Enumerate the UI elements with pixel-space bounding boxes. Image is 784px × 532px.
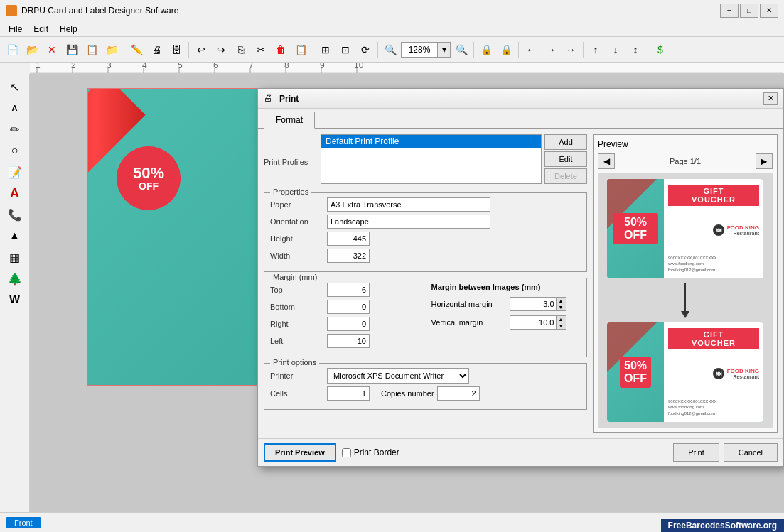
letter-a-tool[interactable]: A xyxy=(4,183,26,203)
tab-format[interactable]: Format xyxy=(264,112,315,129)
add-profile-button[interactable]: Add xyxy=(544,134,587,150)
zoom-in-btn[interactable]: 🔍 xyxy=(452,40,471,59)
paper-input[interactable] xyxy=(327,197,490,212)
profile-buttons: Add Edit Delete xyxy=(544,134,587,184)
orientation-input[interactable] xyxy=(327,215,490,229)
arrow-v-btn[interactable]: ↕ xyxy=(626,40,645,59)
new-button[interactable]: 📄 xyxy=(3,40,21,59)
copy-button[interactable]: ⎘ xyxy=(232,40,250,59)
print-border-checkbox[interactable] xyxy=(342,448,351,457)
tree-tool[interactable]: 🌲 xyxy=(4,268,26,288)
lock2-btn[interactable]: 🔒 xyxy=(497,40,515,59)
margin-left-col: Top Bottom Right xyxy=(270,283,420,351)
profile-list[interactable]: Default Print Profile xyxy=(321,134,542,184)
v-margin-input[interactable] xyxy=(510,316,556,329)
close-button[interactable]: ✕ xyxy=(760,4,778,18)
profiles-section: Default Print Profile Add Edit Delete xyxy=(321,134,587,184)
menu-file[interactable]: File xyxy=(3,23,28,36)
orientation-label: Orientation xyxy=(270,217,327,226)
pen-tool[interactable]: ✏ xyxy=(4,119,26,139)
phone-tool[interactable]: 📞 xyxy=(4,205,26,224)
v-margin-down[interactable]: ▼ xyxy=(556,322,566,329)
barcode-tool[interactable]: ▦ xyxy=(4,247,26,267)
w-tool[interactable]: W xyxy=(4,290,26,310)
bottom-row: Bottom xyxy=(270,300,420,314)
rotate-button[interactable]: ⟳ xyxy=(356,40,375,59)
height-input[interactable] xyxy=(327,232,370,246)
paste-button[interactable]: 📋 xyxy=(291,40,310,59)
print-button[interactable]: 🖨 xyxy=(147,40,166,59)
print-border-label: Print Border xyxy=(354,447,399,457)
percent-value-2: 50%OFF xyxy=(624,359,647,384)
v-margin-up[interactable]: ▲ xyxy=(556,316,566,322)
profiles-label: Print Profiles xyxy=(264,158,321,166)
menu-help[interactable]: Help xyxy=(54,23,83,36)
lock1-btn[interactable]: 🔒 xyxy=(477,40,495,59)
h-margin-up[interactable]: ▲ xyxy=(556,298,566,304)
copies-input[interactable] xyxy=(437,386,480,401)
print-preview-button[interactable]: Print Preview xyxy=(264,443,336,462)
save-button[interactable]: 💾 xyxy=(63,40,81,59)
zoom-out-btn[interactable]: 🔍 xyxy=(381,40,399,59)
browse-button[interactable]: 📁 xyxy=(102,40,121,59)
v-margin-spinbox: ▲ ▼ xyxy=(510,315,566,330)
top-input[interactable] xyxy=(327,283,370,297)
paper-row: Paper xyxy=(270,197,581,212)
align-button[interactable]: ⊡ xyxy=(336,40,355,59)
left-input[interactable] xyxy=(327,334,370,348)
minimize-button[interactable]: − xyxy=(720,4,739,18)
edit-button[interactable]: ✏️ xyxy=(127,40,146,59)
menu-edit[interactable]: Edit xyxy=(28,23,54,36)
orientation-row: Orientation xyxy=(270,215,581,229)
h-margin-down[interactable]: ▼ xyxy=(556,304,566,310)
right-input[interactable] xyxy=(327,317,370,331)
food-king-logo-2: 🍽 FOOD KING Restaurant xyxy=(668,368,759,379)
cancel-button-dialog[interactable]: Cancel xyxy=(724,443,778,462)
properties-group: Properties Paper Orientation Height xyxy=(264,192,587,272)
printer-select[interactable]: Microsoft XPS Document Writer xyxy=(327,368,469,384)
text-tool[interactable]: A xyxy=(4,98,26,118)
printer-label: Printer xyxy=(270,371,327,380)
database-button[interactable]: 🗄 xyxy=(167,40,186,59)
arrow-up-btn[interactable]: ↑ xyxy=(586,40,605,59)
print-button-dialog[interactable]: Print xyxy=(673,443,719,462)
save-as-button[interactable]: 📋 xyxy=(82,40,101,59)
pencil-tool[interactable]: 📝 xyxy=(4,162,26,182)
bottom-input[interactable] xyxy=(327,300,370,314)
delete-profile-button[interactable]: Delete xyxy=(544,168,587,184)
card-percent-2: 50%OFF xyxy=(620,357,651,387)
prev-page-button[interactable]: ◀ xyxy=(598,153,615,169)
profile-item-default[interactable]: Default Print Profile xyxy=(321,135,541,148)
triangle-tool[interactable]: ▲ xyxy=(4,226,26,246)
width-input[interactable] xyxy=(327,249,370,263)
edit-profile-button[interactable]: Edit xyxy=(544,151,587,167)
arrow-left-btn[interactable]: ← xyxy=(522,40,540,59)
cells-copies-row: Cells Copies number xyxy=(270,386,581,401)
redo-button[interactable]: ↪ xyxy=(212,40,230,59)
h-margin-input[interactable] xyxy=(510,298,556,310)
next-page-button[interactable]: ▶ xyxy=(756,153,773,169)
grid-button[interactable]: ⊞ xyxy=(316,40,335,59)
top-label: Top xyxy=(270,286,327,294)
arrow-right-btn[interactable]: → xyxy=(542,40,560,59)
arrow-h-btn[interactable]: ↔ xyxy=(562,40,580,59)
zoom-dropdown-btn[interactable]: ▾ xyxy=(437,43,450,57)
select-tool[interactable]: ↖ xyxy=(4,77,26,97)
close-button-tb[interactable]: ✕ xyxy=(43,40,61,59)
front-tab[interactable]: Front xyxy=(6,517,41,528)
separator-2 xyxy=(188,42,189,58)
dialog-close-button[interactable]: ✕ xyxy=(763,92,778,105)
delete-button[interactable]: 🗑 xyxy=(272,40,290,59)
copies-label: Copies number xyxy=(381,389,434,398)
zoom-input[interactable]: 128% xyxy=(402,43,437,57)
maximize-button[interactable]: □ xyxy=(740,4,758,18)
dialog-content: Print Profiles Default Print Profile Add… xyxy=(258,129,783,438)
cut-button[interactable]: ✂ xyxy=(252,40,270,59)
ellipse-tool[interactable]: ○ xyxy=(4,141,26,161)
arrow-down-btn[interactable]: ↓ xyxy=(606,40,625,59)
undo-button[interactable]: ↩ xyxy=(192,40,210,59)
cells-input[interactable] xyxy=(327,386,370,401)
dollar-btn[interactable]: $ xyxy=(651,40,670,59)
open-button[interactable]: 📂 xyxy=(23,40,41,59)
print-dialog-overlay: 🖨 Print ✕ Format Print Profiles xyxy=(30,74,784,512)
